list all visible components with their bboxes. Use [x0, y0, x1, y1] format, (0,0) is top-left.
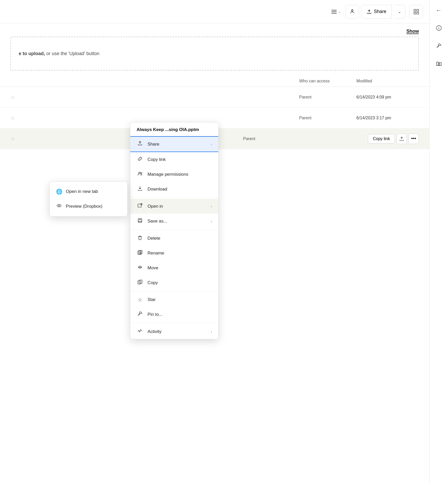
move-icon: [137, 265, 143, 271]
back-button[interactable]: ←: [434, 5, 444, 16]
file-row-left: ☆: [10, 115, 299, 121]
preview-dropbox-label: Preview (Dropbox): [66, 204, 103, 209]
menu-star-label: Star: [148, 297, 212, 302]
star-icon[interactable]: ☆: [10, 94, 15, 100]
menu-divider-3: [130, 291, 218, 291]
menu-move-label: Move: [148, 265, 212, 271]
svg-rect-8: [414, 12, 416, 14]
right-sidebar: ←: [429, 0, 448, 484]
modified-cell: 6/14/2023 3:17 pm: [356, 116, 419, 120]
people-icon: [137, 171, 143, 178]
menu-activity-label: Activity: [148, 329, 207, 334]
menu-item-download[interactable]: Download: [130, 182, 218, 197]
svg-point-2: [439, 27, 439, 27]
svg-point-13: [141, 173, 142, 174]
menu-item-pin-to[interactable]: Pin to...: [130, 307, 218, 322]
menu-divider-2: [130, 230, 218, 230]
grid-view-button[interactable]: [409, 5, 423, 18]
menu-item-manage-permissions[interactable]: Manage permissions: [130, 167, 218, 182]
menu-manage-permissions-label: Manage permissions: [148, 172, 212, 177]
menu-item-move[interactable]: Move: [130, 260, 218, 275]
svg-rect-7: [417, 9, 419, 11]
folder-lock-icon[interactable]: [434, 58, 444, 69]
file-row-right: Parent 6/14/2023 3:17 pm: [299, 116, 419, 120]
upload-drop-area: e to upload, or use the 'Upload' button: [10, 37, 419, 70]
info-icon[interactable]: [434, 23, 444, 33]
upload-text: e to upload, or use the 'Upload' button: [19, 51, 99, 56]
open-in-new-tab-label: Open in new tab: [66, 189, 98, 194]
share-action-button[interactable]: [396, 134, 407, 144]
menu-item-activity[interactable]: Activity ›: [130, 324, 218, 339]
menu-item-save-as[interactable]: Save as... ›: [130, 214, 218, 228]
menu-rename-label: Rename: [148, 251, 212, 256]
menu-item-open-in[interactable]: Open in ›: [130, 199, 218, 214]
share-label: Share: [374, 9, 386, 14]
menu-item-star[interactable]: ☆ Star: [130, 292, 218, 307]
preview-dropbox-item[interactable]: Preview (Dropbox): [50, 199, 127, 214]
file-table-header: Who can access Modified: [0, 76, 429, 87]
activity-arrow-icon: ›: [211, 330, 212, 334]
menu-download-label: Download: [148, 187, 212, 192]
hamburger-button[interactable]: ⌄: [329, 8, 343, 16]
star-menu-icon: ☆: [137, 297, 143, 303]
svg-point-11: [59, 205, 60, 206]
context-menu-title: Always Keep ...sing OIA.pptm: [130, 122, 218, 136]
menu-share-label: Share: [148, 142, 207, 147]
menu-item-rename[interactable]: Rename: [130, 246, 218, 260]
col-modified-header: Modified: [356, 79, 419, 83]
menu-open-in-label: Open in: [148, 204, 207, 209]
chevron-down-icon: ⌄: [338, 10, 341, 14]
share-main-button[interactable]: Share: [361, 5, 392, 18]
file-row-left: ☆: [10, 94, 299, 100]
svg-line-23: [138, 315, 139, 316]
activity-icon: [137, 328, 143, 335]
save-as-icon: [137, 218, 143, 224]
trash-icon: [137, 235, 143, 241]
col-access-header: Who can access: [299, 79, 356, 83]
menu-arrow-icon: ›: [211, 142, 212, 146]
toolbar: ⌄ Share ⌄: [0, 0, 448, 23]
file-row-right: Parent 6/14/2023 4:09 pm: [299, 95, 419, 100]
menu-item-copy[interactable]: Copy: [130, 275, 218, 290]
show-button[interactable]: Show: [406, 29, 419, 34]
menu-delete-label: Delete: [148, 236, 212, 241]
open-in-submenu: 🌐 Open in new tab Preview (Dropbox): [49, 181, 127, 217]
menu-item-copy-link[interactable]: Copy link: [130, 152, 218, 167]
menu-save-as-label: Save as...: [148, 219, 207, 224]
open-in-icon: [137, 203, 143, 210]
menu-pin-to-label: Pin to...: [148, 312, 212, 317]
context-menu-wrapper: 🌐 Open in new tab Preview (Dropbox) Alwa…: [130, 122, 219, 339]
menu-divider: [130, 198, 218, 198]
context-menu: Always Keep ...sing OIA.pptm Share ›: [130, 122, 219, 339]
star-icon[interactable]: ☆: [10, 115, 15, 121]
svg-rect-4: [438, 64, 440, 65]
menu-divider-4: [130, 323, 218, 323]
copy-link-button[interactable]: Copy link: [368, 134, 395, 143]
pin-menu-icon: [137, 311, 143, 318]
open-in-new-tab-item[interactable]: 🌐 Open in new tab: [50, 184, 127, 199]
save-as-arrow-icon: ›: [211, 219, 212, 223]
menu-item-share[interactable]: Share ›: [130, 136, 219, 152]
access-cell: Parent: [299, 95, 356, 100]
more-actions-button[interactable]: •••: [408, 134, 419, 144]
access-cell: Parent: [299, 116, 356, 120]
toolbar-left: ⌄ Share ⌄: [329, 5, 423, 18]
main-content: Show e to upload, or use the 'Upload' bu…: [0, 23, 429, 484]
globe-icon: 🌐: [56, 188, 62, 195]
upload-text-normal: or use the 'Upload' button: [45, 51, 99, 56]
star-icon[interactable]: ☆: [10, 136, 15, 142]
eye-icon: [56, 203, 62, 210]
file-row-right: Parent Copy link •••: [243, 134, 419, 144]
access-cell: Parent: [243, 136, 300, 141]
menu-item-delete[interactable]: Delete: [130, 231, 218, 246]
upload-text-bold: e to upload,: [19, 51, 45, 56]
row-actions: Copy link •••: [368, 134, 419, 144]
show-row: Show: [0, 23, 429, 37]
share-icon-button[interactable]: [345, 5, 359, 18]
share-dropdown-button[interactable]: ⌄: [394, 5, 405, 18]
share-dropdown-chevron: ⌄: [398, 10, 401, 14]
link-icon: [137, 156, 143, 163]
pin-icon[interactable]: [434, 41, 444, 51]
svg-rect-9: [417, 12, 419, 14]
modified-cell: 6/14/2023 4:09 pm: [356, 95, 419, 100]
